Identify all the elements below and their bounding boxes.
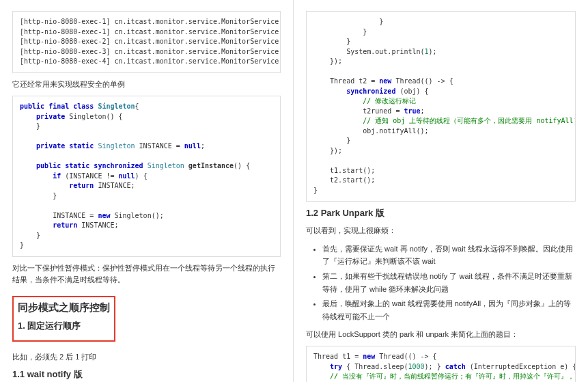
wait-notify-code-cont: } } } System.out.println(1); }); Thread … <box>306 11 576 202</box>
heading-sync-order: 同步模式之顺序控制 <box>18 301 110 314</box>
heading-fixed-order: 1. 固定运行顺序 <box>18 320 110 332</box>
note-pu-intro: 可以看到，实现上很麻烦： <box>306 225 576 237</box>
redbox-highlight: 同步模式之顺序控制 1. 固定运行顺序 <box>12 296 115 342</box>
list-item: 第二，如果有些干扰线程错误地 notify 了 wait 线程，条件不满足时还要… <box>322 270 576 295</box>
log-output: [http-nio-8080-exec-1] cn.itcast.monitor… <box>12 11 281 73</box>
heading-wait-notify: 1.1 wait notify 版 <box>12 368 281 381</box>
right-column: } } } System.out.println(1); }); Thread … <box>294 0 588 382</box>
singleton-code: public final class Singleton{ private Si… <box>12 96 281 257</box>
list-item: 首先，需要保证先 wait 再 notify，否则 wait 线程永远得不到唤醒… <box>322 243 576 268</box>
heading-park-unpark: 1.2 Park Unpark 版 <box>306 207 576 219</box>
list-item: 最后，唤醒对象上的 wait 线程需要使用 notifyAll，因为『同步对象』… <box>322 297 576 323</box>
park-unpark-code: Thread t1 = new Thread(() -> { try { Thr… <box>306 346 576 382</box>
note-order: 比如，必须先 2 后 1 打印 <box>12 351 281 364</box>
left-column: [http-nio-8080-exec-1] cn.itcast.monitor… <box>0 0 294 382</box>
note-singleton: 它还经常用来实现线程安全的单例 <box>12 79 281 91</box>
note-compare: 对比一下保护性暂停模式：保护性暂停模式用在一个线程等待另一个线程的执行结果，当条… <box>12 262 281 286</box>
park-unpark-issues-list: 首先，需要保证先 wait 再 notify，否则 wait 线程永远得不到唤醒… <box>306 243 576 323</box>
note-pu-use: 可以使用 LockSupport 类的 park 和 unpark 来简化上面的… <box>306 329 576 341</box>
